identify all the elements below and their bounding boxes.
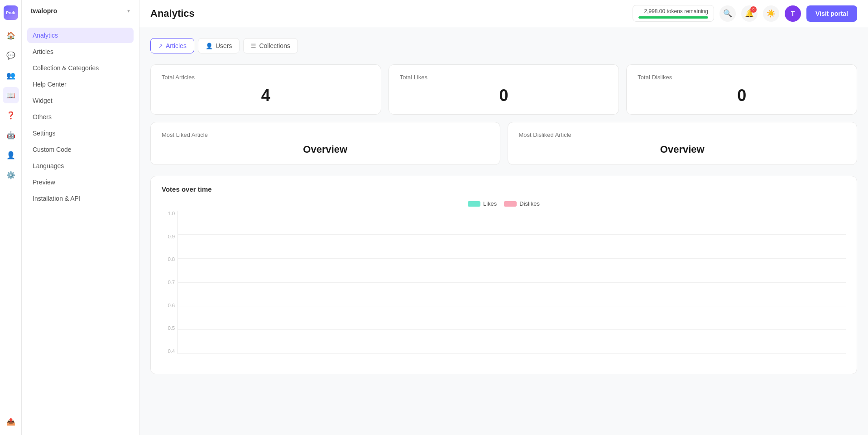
chart-section: Votes over time Likes Dislikes 1.0 0.9 0… — [150, 176, 857, 374]
sidebar-nav: Analytics Articles Collection & Categori… — [22, 22, 139, 212]
rail-book-icon[interactable]: 📖 — [3, 87, 19, 103]
workspace-name: twalopro — [31, 7, 57, 14]
dislikes-legend-color — [504, 201, 517, 207]
visit-portal-button[interactable]: Visit portal — [806, 5, 857, 22]
most-disliked-article-card: Most Disliked Article Overview — [508, 122, 858, 165]
rail-users-icon[interactable]: 👥 — [3, 67, 19, 83]
search-icon[interactable]: 🔍 — [719, 5, 736, 22]
most-liked-article-card: Most Liked Article Overview — [150, 122, 500, 165]
avatar[interactable]: T — [785, 5, 801, 22]
rail-gear-icon[interactable]: ⚙️ — [3, 167, 19, 183]
tab-articles[interactable]: ↗ Articles — [150, 38, 194, 53]
likes-legend-color — [468, 201, 480, 207]
sidebar-item-analytics[interactable]: Analytics — [27, 28, 134, 43]
legend-likes: Likes — [468, 200, 497, 207]
chevron-down-icon[interactable]: ▾ — [127, 8, 130, 14]
chart-title: Votes over time — [162, 185, 846, 193]
sidebar-item-installation-api[interactable]: Installation & API — [27, 191, 134, 206]
y-label-0-7: 0.7 — [168, 280, 175, 285]
sidebar-item-collection-categories[interactable]: Collection & Categories — [27, 60, 134, 76]
stat-total-articles-label: Total Articles — [162, 74, 370, 81]
stats-grid: Total Articles 4 Total Likes 0 Total Dis… — [150, 64, 857, 115]
topbar: Analytics 2,998.00 tokens remaining 🔍 🔔 … — [139, 0, 868, 27]
y-label-0-9: 0.9 — [168, 234, 175, 239]
most-liked-label: Most Liked Article — [162, 131, 489, 138]
stat-total-dislikes-label: Total Dislikes — [638, 74, 846, 81]
collections-tab-icon: ☰ — [251, 43, 256, 49]
stat-total-articles: Total Articles 4 — [150, 64, 381, 115]
grid-line-6 — [178, 329, 846, 330]
sidebar-item-languages[interactable]: Languages — [27, 158, 134, 174]
notification-badge: 0 — [750, 6, 757, 13]
article-cards-grid: Most Liked Article Overview Most Dislike… — [150, 122, 857, 165]
y-label-0-6: 0.6 — [168, 303, 175, 308]
tokens-badge: 2,998.00 tokens remaining — [633, 5, 714, 22]
chart-area: 1.0 0.9 0.8 0.7 0.6 0.5 0.4 — [162, 211, 846, 365]
users-tab-icon: 👤 — [206, 43, 213, 49]
grid-line-5 — [178, 306, 846, 306]
sidebar-item-others[interactable]: Others — [27, 109, 134, 125]
stat-total-dislikes: Total Dislikes 0 — [626, 64, 857, 115]
sidebar-item-help-center[interactable]: Help Center — [27, 77, 134, 92]
articles-tab-icon: ↗ — [158, 43, 163, 49]
app-logo: Profi — [4, 5, 18, 20]
rail-person-icon[interactable]: 👤 — [3, 147, 19, 163]
content-area: ↗ Articles 👤 Users ☰ Collections Total A… — [139, 27, 868, 435]
most-liked-value: Overview — [162, 144, 489, 155]
page-title: Analytics — [150, 8, 195, 19]
sidebar: twalopro ▾ Analytics Articles Collection… — [22, 0, 139, 435]
legend-dislikes: Dislikes — [504, 200, 540, 207]
topbar-left: Analytics — [150, 8, 195, 19]
theme-icon[interactable]: ☀️ — [763, 5, 779, 22]
rail-robot-icon[interactable]: 🤖 — [3, 127, 19, 143]
y-label-1-0: 1.0 — [168, 211, 175, 216]
y-label-0-5: 0.5 — [168, 325, 175, 331]
stat-total-dislikes-value: 0 — [638, 86, 846, 105]
sidebar-item-preview[interactable]: Preview — [27, 174, 134, 190]
stat-total-likes-value: 0 — [400, 86, 608, 105]
rail-home-icon[interactable]: 🏠 — [3, 27, 19, 44]
tokens-text: 2,998.00 tokens remaining — [644, 8, 708, 14]
grid-line-7 — [178, 353, 846, 354]
y-label-0-8: 0.8 — [168, 256, 175, 262]
main-content: Analytics 2,998.00 tokens remaining 🔍 🔔 … — [139, 0, 868, 435]
chart-plot — [177, 211, 846, 354]
grid-line-1 — [178, 211, 846, 211]
analytics-tabs: ↗ Articles 👤 Users ☰ Collections — [150, 38, 857, 53]
stat-total-likes: Total Likes 0 — [388, 64, 619, 115]
topbar-right: 2,998.00 tokens remaining 🔍 🔔 0 ☀️ T Vis… — [633, 5, 857, 22]
stat-total-articles-value: 4 — [162, 86, 370, 105]
chart-legend: Likes Dislikes — [162, 200, 846, 207]
y-label-0-4: 0.4 — [168, 348, 175, 354]
rail-chat-icon[interactable]: 💬 — [3, 47, 19, 63]
most-disliked-value: Overview — [519, 144, 846, 155]
tab-collections[interactable]: ☰ Collections — [243, 38, 297, 53]
rail-export-icon[interactable]: 📤 — [3, 413, 19, 430]
sidebar-item-articles[interactable]: Articles — [27, 44, 134, 59]
stat-total-likes-label: Total Likes — [400, 74, 608, 81]
tokens-bar-fill — [638, 16, 708, 19]
chart-y-axis: 1.0 0.9 0.8 0.7 0.6 0.5 0.4 — [162, 211, 177, 354]
grid-line-4 — [178, 282, 846, 283]
grid-line-2 — [178, 234, 846, 235]
grid-line-3 — [178, 258, 846, 259]
sidebar-item-widget[interactable]: Widget — [27, 93, 134, 108]
tokens-bar-bg — [638, 16, 708, 19]
sidebar-header: twalopro ▾ — [22, 0, 139, 22]
sidebar-item-settings[interactable]: Settings — [27, 126, 134, 141]
icon-rail: Profi 🏠 💬 👥 📖 ❓ 🤖 👤 ⚙️ 📤 — [0, 0, 22, 435]
tab-users[interactable]: 👤 Users — [198, 38, 240, 53]
notification-icon[interactable]: 🔔 0 — [741, 5, 758, 22]
sidebar-item-custom-code[interactable]: Custom Code — [27, 142, 134, 157]
most-disliked-label: Most Disliked Article — [519, 131, 846, 138]
rail-help-icon[interactable]: ❓ — [3, 107, 19, 123]
